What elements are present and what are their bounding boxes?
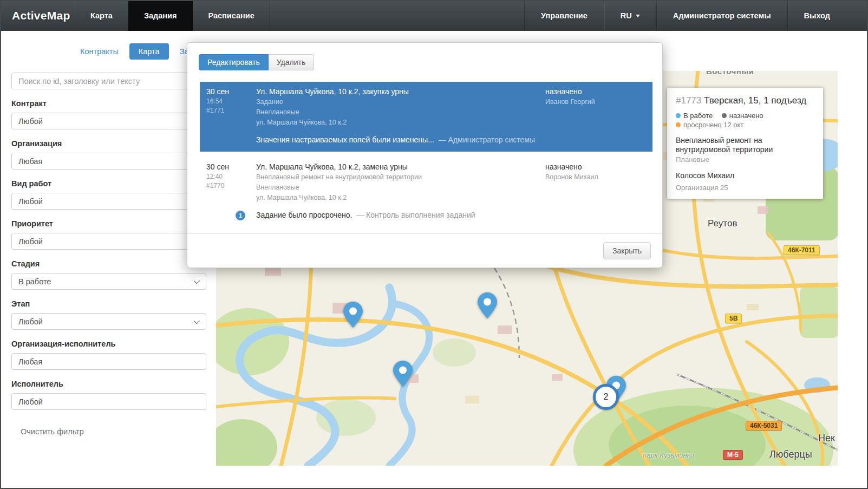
- task-work-type: Задание: [256, 98, 543, 106]
- filter-label: Этап: [11, 299, 216, 308]
- filter-executor-org-field[interactable]: Любая: [11, 353, 206, 370]
- nav-tab-tasks[interactable]: Задания: [128, 0, 193, 31]
- marker-cluster[interactable]: 2: [593, 384, 619, 410]
- popup-task-id: #1773: [676, 95, 701, 106]
- logout-button[interactable]: Выход: [787, 0, 846, 31]
- subnav-tab-contracts[interactable]: Контракты: [80, 47, 119, 56]
- subnav-tab-map[interactable]: Карта: [129, 43, 169, 60]
- task-row[interactable]: 30 сен 12:40 #1770 Ул. Маршала Чуйкова, …: [200, 157, 652, 228]
- filter-label: Вид работ: [11, 179, 216, 188]
- filter-value: Любая: [18, 357, 42, 366]
- task-time: 16:54: [206, 97, 256, 105]
- status-label: В работе: [683, 111, 713, 120]
- filter-label: Контракт: [11, 99, 216, 108]
- language-selector[interactable]: RU: [604, 0, 656, 31]
- status-dot: [676, 113, 681, 118]
- nav-tab-map[interactable]: Карта: [75, 0, 128, 31]
- filter-work-type-field[interactable]: Любой: [11, 193, 206, 210]
- task-category: Внеплановые: [256, 184, 543, 192]
- filter-value: В работе: [18, 277, 51, 286]
- caret-down-icon: [636, 15, 640, 17]
- filters-sidebar: Контракт Любой Организация Любая Вид раб…: [1, 31, 216, 488]
- filter-stage: Стадия В работе: [11, 259, 216, 290]
- task-category: Внеплановые: [256, 108, 543, 116]
- task-popup-card: #1773 Тверская, 15, 1 подъезд В работе н…: [667, 88, 823, 199]
- task-title: Ул. Маршала Чуйкова, 10 к.2, замена урны: [256, 162, 543, 171]
- task-status: назначено: [545, 87, 646, 96]
- status-assigned: назначено: [722, 111, 763, 120]
- popup-task-address: Тверская, 15, 1 подъезд: [704, 95, 806, 106]
- filter-priority-field[interactable]: Любой: [11, 233, 206, 250]
- task-last-message: Задание было просрочено. — Контроль выпо…: [256, 211, 646, 220]
- topbar-right: Управление RU Администратор системы Выхо…: [524, 0, 846, 31]
- filter-priority: Приоритет Любой: [11, 219, 216, 250]
- task-status-column: назначено Иванов Георгий: [543, 87, 646, 127]
- task-work-type: Внеплановый ремонт на внутридомовой терр…: [256, 173, 543, 181]
- task-status: назначено: [545, 162, 646, 171]
- filter-value: Любой: [18, 397, 43, 406]
- filter-label: Организация-исполнитель: [11, 340, 216, 348]
- task-date: 30 сен: [206, 87, 256, 96]
- popup-title: #1773 Тверская, 15, 1 подъезд: [676, 95, 814, 106]
- filter-label: Исполнитель: [11, 380, 216, 388]
- filter-contract: Контракт Любой: [11, 99, 216, 129]
- task-marker-pin[interactable]: [393, 361, 413, 387]
- status-label: назначено: [729, 111, 763, 120]
- message-author: — Администратор системы: [439, 135, 535, 144]
- filter-organization: Организация Любая: [11, 139, 216, 169]
- popup-organization: Организация 25: [676, 184, 814, 192]
- task-date: 30 сен: [206, 162, 256, 171]
- delete-button[interactable]: Удалить: [269, 54, 314, 70]
- nav-tab-schedule[interactable]: Расписание: [193, 0, 270, 31]
- message-text: Задание было просрочено.: [256, 211, 352, 219]
- task-assignee: Иванов Георгий: [545, 98, 646, 106]
- filter-work-type: Вид работ Любой: [11, 179, 216, 210]
- filter-value: Любая: [18, 157, 42, 166]
- task-list: 30 сен 16:54 #1771 Ул. Маршала Чуйкова, …: [200, 82, 652, 228]
- popup-work-type: Внеплановый ремонт на внутридомовой терр…: [676, 136, 814, 154]
- task-address: ул. Маршала Чуйкова, 10 к.2: [256, 194, 543, 202]
- filter-phase-select[interactable]: Любой: [11, 313, 206, 330]
- road-badge-46k5031: 46К-5031: [746, 421, 782, 431]
- task-time: 12:40: [206, 173, 256, 180]
- filter-label: Стадия: [11, 259, 216, 268]
- road-badge-5v: 5В: [725, 314, 742, 323]
- task-date-column: 30 сен 12:40 #1770: [206, 162, 256, 202]
- task-marker-pin[interactable]: [478, 292, 497, 318]
- filter-label: Приоритет: [11, 219, 216, 228]
- filter-organization-field[interactable]: Любая: [11, 153, 206, 169]
- cluster-count: 2: [604, 392, 609, 402]
- chevron-down-icon: [194, 317, 200, 323]
- task-marker-pin[interactable]: [343, 302, 363, 328]
- filter-phase: Этап Любой: [11, 299, 216, 330]
- filter-value: Любой: [18, 317, 43, 326]
- filter-value: Любой: [18, 117, 43, 126]
- message-author: — Контроль выполнения заданий: [356, 211, 475, 219]
- task-row[interactable]: 30 сен 16:54 #1771 Ул. Маршала Чуйкова, …: [200, 82, 652, 152]
- user-menu[interactable]: Администратор системы: [656, 0, 787, 31]
- task-id: #1770: [206, 182, 256, 190]
- message-text: Значения настраиваемых полей были измене…: [256, 135, 434, 144]
- edit-button[interactable]: Редактировать: [199, 54, 269, 70]
- clear-filter-link[interactable]: Очистить фильтр: [21, 427, 84, 436]
- filter-executor-field[interactable]: Любой: [11, 393, 206, 410]
- status-dot: [676, 122, 681, 127]
- chevron-down-icon: [194, 277, 200, 283]
- unread-count-badge: 1: [236, 211, 245, 220]
- status-overdue: просрочено 12 окт: [676, 120, 743, 129]
- app-logo[interactable]: ActiveMap: [0, 0, 75, 31]
- modal-footer: Закрыть: [187, 233, 662, 268]
- menu-management[interactable]: Управление: [524, 0, 604, 31]
- filter-stage-select[interactable]: В работе: [11, 273, 206, 290]
- map-label-lyubertsy: Люберцы: [769, 449, 812, 460]
- popup-assignee: Колосов Михаил: [676, 171, 814, 180]
- close-button[interactable]: Закрыть: [603, 242, 651, 259]
- main-nav: Карта Задания Расписание: [75, 0, 270, 31]
- status-in-progress: В работе: [676, 111, 713, 120]
- search-input[interactable]: [11, 73, 206, 89]
- map-label-reutov: Реутов: [708, 218, 737, 229]
- road-badge-46k7011: 46К-7011: [784, 245, 820, 255]
- filter-label: Организация: [11, 139, 216, 148]
- status-dot: [722, 113, 727, 118]
- filter-contract-field[interactable]: Любой: [11, 113, 206, 129]
